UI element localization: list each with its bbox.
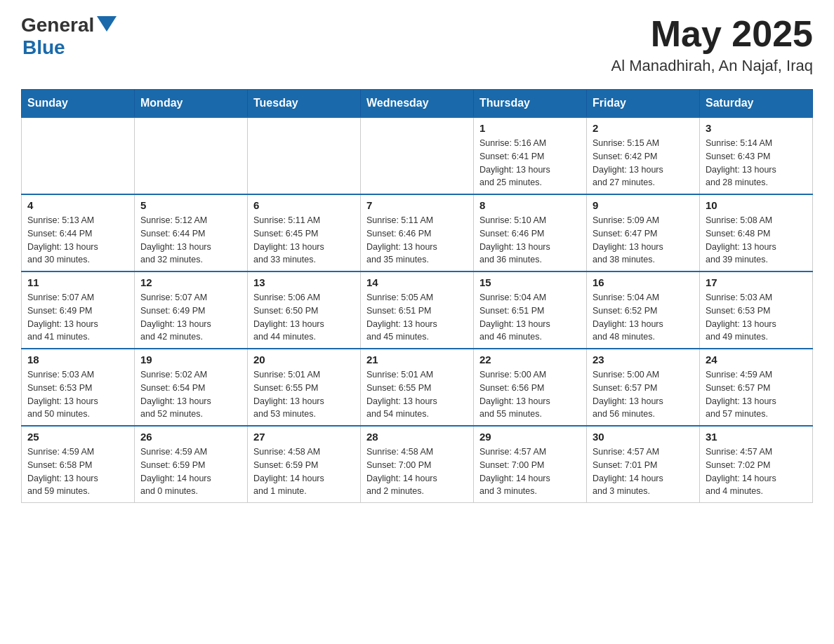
day-info: Sunrise: 4:57 AM Sunset: 7:02 PM Dayligh… — [706, 445, 807, 498]
calendar-cell: 26Sunrise: 4:59 AM Sunset: 6:59 PM Dayli… — [135, 426, 248, 503]
day-info: Sunrise: 4:57 AM Sunset: 7:00 PM Dayligh… — [479, 445, 581, 498]
weekday-header-thursday: Thursday — [474, 90, 587, 118]
day-info: Sunrise: 5:00 AM Sunset: 6:56 PM Dayligh… — [479, 368, 581, 421]
day-number: 18 — [27, 354, 128, 365]
calendar-cell: 27Sunrise: 4:58 AM Sunset: 6:59 PM Dayli… — [248, 426, 361, 503]
calendar-cell: 23Sunrise: 5:00 AM Sunset: 6:57 PM Dayli… — [587, 349, 700, 426]
calendar-cell: 14Sunrise: 5:05 AM Sunset: 6:51 PM Dayli… — [361, 271, 474, 349]
calendar-cell: 18Sunrise: 5:03 AM Sunset: 6:53 PM Dayli… — [22, 349, 135, 426]
location-title: Al Manadhirah, An Najaf, Iraq — [611, 57, 813, 75]
day-number: 20 — [253, 354, 355, 365]
day-number: 10 — [706, 199, 807, 211]
day-number: 5 — [140, 199, 241, 211]
calendar-cell: 21Sunrise: 5:01 AM Sunset: 6:55 PM Dayli… — [361, 349, 474, 426]
weekday-header-row: SundayMondayTuesdayWednesdayThursdayFrid… — [22, 90, 813, 118]
calendar-cell — [22, 117, 135, 194]
day-info: Sunrise: 5:06 AM Sunset: 6:50 PM Dayligh… — [253, 291, 355, 344]
week-row-4: 18Sunrise: 5:03 AM Sunset: 6:53 PM Dayli… — [22, 349, 813, 426]
title-section: May 2025 Al Manadhirah, An Najaf, Iraq — [611, 14, 813, 75]
day-number: 15 — [479, 276, 581, 288]
day-info: Sunrise: 5:07 AM Sunset: 6:49 PM Dayligh… — [27, 291, 128, 344]
calendar-cell: 4Sunrise: 5:13 AM Sunset: 6:44 PM Daylig… — [22, 194, 135, 271]
calendar-cell: 2Sunrise: 5:15 AM Sunset: 6:42 PM Daylig… — [587, 117, 700, 194]
day-info: Sunrise: 5:14 AM Sunset: 6:43 PM Dayligh… — [706, 137, 807, 189]
week-row-1: 1Sunrise: 5:16 AM Sunset: 6:41 PM Daylig… — [22, 117, 813, 194]
day-number: 29 — [479, 431, 581, 443]
logo-triangle-icon — [97, 16, 117, 32]
day-number: 24 — [706, 354, 807, 365]
day-info: Sunrise: 5:01 AM Sunset: 6:55 PM Dayligh… — [253, 368, 355, 421]
day-info: Sunrise: 5:11 AM Sunset: 6:45 PM Dayligh… — [253, 214, 355, 267]
day-info: Sunrise: 5:02 AM Sunset: 6:54 PM Dayligh… — [140, 368, 241, 421]
calendar-cell: 12Sunrise: 5:07 AM Sunset: 6:49 PM Dayli… — [135, 271, 248, 349]
day-number: 26 — [140, 431, 241, 443]
calendar-table: SundayMondayTuesdayWednesdayThursdayFrid… — [21, 89, 813, 503]
calendar-cell: 7Sunrise: 5:11 AM Sunset: 6:46 PM Daylig… — [361, 194, 474, 271]
page-header: General Blue May 2025 Al Manadhirah, An … — [21, 14, 813, 75]
day-number: 21 — [366, 354, 468, 365]
calendar-cell: 10Sunrise: 5:08 AM Sunset: 6:48 PM Dayli… — [700, 194, 813, 271]
day-number: 22 — [479, 354, 581, 365]
weekday-header-sunday: Sunday — [22, 90, 135, 118]
calendar-cell — [248, 117, 361, 194]
day-info: Sunrise: 4:59 AM Sunset: 6:59 PM Dayligh… — [140, 445, 241, 498]
day-info: Sunrise: 5:00 AM Sunset: 6:57 PM Dayligh… — [593, 368, 694, 421]
weekday-header-friday: Friday — [587, 90, 700, 118]
day-info: Sunrise: 5:03 AM Sunset: 6:53 PM Dayligh… — [706, 291, 807, 344]
calendar-cell: 19Sunrise: 5:02 AM Sunset: 6:54 PM Dayli… — [135, 349, 248, 426]
calendar-cell: 6Sunrise: 5:11 AM Sunset: 6:45 PM Daylig… — [248, 194, 361, 271]
calendar-cell: 31Sunrise: 4:57 AM Sunset: 7:02 PM Dayli… — [700, 426, 813, 503]
day-number: 1 — [479, 122, 581, 134]
day-number: 13 — [253, 276, 355, 288]
day-number: 9 — [593, 199, 694, 211]
calendar-cell — [135, 117, 248, 194]
day-number: 27 — [253, 431, 355, 443]
calendar-cell: 29Sunrise: 4:57 AM Sunset: 7:00 PM Dayli… — [474, 426, 587, 503]
day-number: 31 — [706, 431, 807, 443]
calendar-cell: 20Sunrise: 5:01 AM Sunset: 6:55 PM Dayli… — [248, 349, 361, 426]
day-info: Sunrise: 5:05 AM Sunset: 6:51 PM Dayligh… — [366, 291, 468, 344]
day-number: 25 — [27, 431, 128, 443]
day-info: Sunrise: 5:11 AM Sunset: 6:46 PM Dayligh… — [366, 214, 468, 267]
day-number: 23 — [593, 354, 694, 365]
day-number: 28 — [366, 431, 468, 443]
weekday-header-saturday: Saturday — [700, 90, 813, 118]
calendar-cell: 25Sunrise: 4:59 AM Sunset: 6:58 PM Dayli… — [22, 426, 135, 503]
day-number: 19 — [140, 354, 241, 365]
day-info: Sunrise: 5:08 AM Sunset: 6:48 PM Dayligh… — [706, 214, 807, 267]
week-row-2: 4Sunrise: 5:13 AM Sunset: 6:44 PM Daylig… — [22, 194, 813, 271]
calendar-cell: 22Sunrise: 5:00 AM Sunset: 6:56 PM Dayli… — [474, 349, 587, 426]
calendar-cell: 17Sunrise: 5:03 AM Sunset: 6:53 PM Dayli… — [700, 271, 813, 349]
day-number: 8 — [479, 199, 581, 211]
day-info: Sunrise: 5:04 AM Sunset: 6:52 PM Dayligh… — [593, 291, 694, 344]
day-info: Sunrise: 5:12 AM Sunset: 6:44 PM Dayligh… — [140, 214, 241, 267]
day-info: Sunrise: 4:59 AM Sunset: 6:57 PM Dayligh… — [706, 368, 807, 421]
weekday-header-monday: Monday — [135, 90, 248, 118]
day-number: 7 — [366, 199, 468, 211]
calendar-cell: 1Sunrise: 5:16 AM Sunset: 6:41 PM Daylig… — [474, 117, 587, 194]
day-info: Sunrise: 5:16 AM Sunset: 6:41 PM Dayligh… — [479, 137, 581, 189]
day-info: Sunrise: 5:04 AM Sunset: 6:51 PM Dayligh… — [479, 291, 581, 344]
day-info: Sunrise: 5:01 AM Sunset: 6:55 PM Dayligh… — [366, 368, 468, 421]
day-number: 14 — [366, 276, 468, 288]
calendar-cell: 8Sunrise: 5:10 AM Sunset: 6:46 PM Daylig… — [474, 194, 587, 271]
week-row-3: 11Sunrise: 5:07 AM Sunset: 6:49 PM Dayli… — [22, 271, 813, 349]
day-info: Sunrise: 5:07 AM Sunset: 6:49 PM Dayligh… — [140, 291, 241, 344]
calendar-cell — [361, 117, 474, 194]
day-number: 4 — [27, 199, 128, 211]
calendar-cell: 28Sunrise: 4:58 AM Sunset: 7:00 PM Dayli… — [361, 426, 474, 503]
day-number: 11 — [27, 276, 128, 288]
weekday-header-wednesday: Wednesday — [361, 90, 474, 118]
calendar-cell: 11Sunrise: 5:07 AM Sunset: 6:49 PM Dayli… — [22, 271, 135, 349]
day-info: Sunrise: 5:13 AM Sunset: 6:44 PM Dayligh… — [27, 214, 128, 267]
logo: General Blue — [21, 14, 117, 59]
calendar-cell: 3Sunrise: 5:14 AM Sunset: 6:43 PM Daylig… — [700, 117, 813, 194]
calendar-cell: 13Sunrise: 5:06 AM Sunset: 6:50 PM Dayli… — [248, 271, 361, 349]
day-number: 6 — [253, 199, 355, 211]
day-info: Sunrise: 4:59 AM Sunset: 6:58 PM Dayligh… — [27, 445, 128, 498]
day-number: 16 — [593, 276, 694, 288]
day-number: 3 — [706, 122, 807, 134]
week-row-5: 25Sunrise: 4:59 AM Sunset: 6:58 PM Dayli… — [22, 426, 813, 503]
day-info: Sunrise: 4:58 AM Sunset: 6:59 PM Dayligh… — [253, 445, 355, 498]
day-info: Sunrise: 5:10 AM Sunset: 6:46 PM Dayligh… — [479, 214, 581, 267]
